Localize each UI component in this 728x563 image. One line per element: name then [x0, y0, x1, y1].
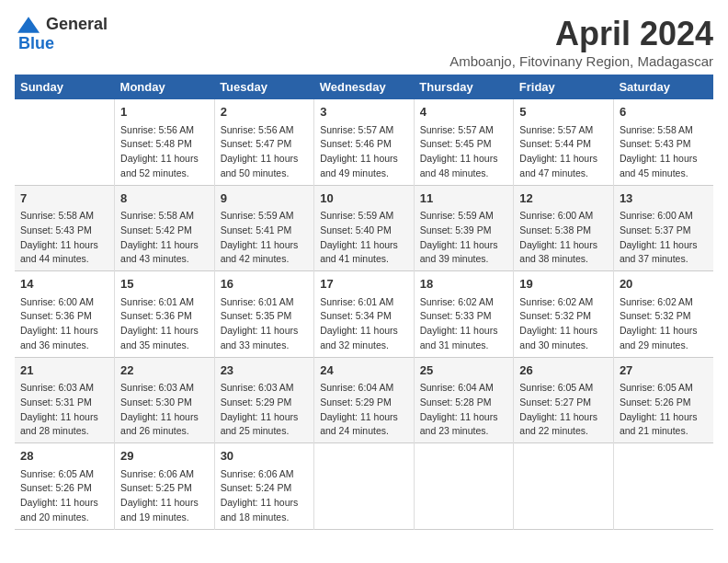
day-number: 16 — [221, 275, 309, 293]
week-row-1: 1Sunrise: 5:56 AM Sunset: 5:48 PM Daylig… — [15, 99, 713, 185]
day-info: Sunrise: 6:04 AM Sunset: 5:28 PM Dayligh… — [420, 381, 508, 439]
day-cell: 8Sunrise: 5:58 AM Sunset: 5:42 PM Daylig… — [115, 185, 215, 271]
day-cell: 2Sunrise: 5:56 AM Sunset: 5:47 PM Daylig… — [214, 99, 314, 185]
day-info: Sunrise: 6:02 AM Sunset: 5:32 PM Dayligh… — [620, 295, 708, 353]
day-number: 27 — [620, 362, 708, 380]
day-cell: 9Sunrise: 5:59 AM Sunset: 5:41 PM Daylig… — [214, 185, 314, 271]
day-cell: 10Sunrise: 5:59 AM Sunset: 5:40 PM Dayli… — [314, 185, 415, 271]
day-cell: 19Sunrise: 6:02 AM Sunset: 5:32 PM Dayli… — [514, 271, 614, 358]
day-info: Sunrise: 6:06 AM Sunset: 5:25 PM Dayligh… — [120, 467, 209, 525]
day-number: 1 — [120, 103, 209, 121]
day-number: 13 — [620, 190, 708, 208]
day-number: 19 — [519, 275, 608, 293]
day-number: 4 — [420, 103, 508, 121]
calendar-table: SundayMondayTuesdayWednesdayThursdayFrid… — [15, 75, 713, 530]
day-info: Sunrise: 6:00 AM Sunset: 5:37 PM Dayligh… — [620, 209, 708, 267]
logo: General Blue — [15, 15, 108, 53]
day-cell: 4Sunrise: 5:57 AM Sunset: 5:45 PM Daylig… — [414, 99, 514, 185]
day-info: Sunrise: 5:58 AM Sunset: 5:43 PM Dayligh… — [620, 123, 708, 181]
day-info: Sunrise: 6:01 AM Sunset: 5:34 PM Dayligh… — [320, 295, 408, 353]
day-cell — [414, 443, 514, 530]
week-row-5: 28Sunrise: 6:05 AM Sunset: 5:26 PM Dayli… — [15, 443, 713, 530]
weekday-header-sunday: Sunday — [15, 75, 115, 99]
day-info: Sunrise: 5:56 AM Sunset: 5:47 PM Dayligh… — [221, 123, 309, 181]
day-info: Sunrise: 6:02 AM Sunset: 5:32 PM Dayligh… — [519, 295, 608, 353]
day-cell: 14Sunrise: 6:00 AM Sunset: 5:36 PM Dayli… — [15, 271, 115, 358]
day-number: 9 — [221, 190, 309, 208]
day-number: 14 — [20, 275, 108, 293]
day-number: 28 — [20, 447, 108, 465]
day-number: 25 — [420, 362, 508, 380]
month-title: April 2024 — [449, 15, 713, 53]
day-cell — [613, 443, 713, 530]
day-cell: 12Sunrise: 6:00 AM Sunset: 5:38 PM Dayli… — [514, 185, 614, 271]
day-cell: 1Sunrise: 5:56 AM Sunset: 5:48 PM Daylig… — [115, 99, 215, 185]
day-number: 21 — [20, 362, 108, 380]
day-info: Sunrise: 5:57 AM Sunset: 5:46 PM Dayligh… — [320, 123, 408, 181]
day-number: 30 — [221, 447, 309, 465]
day-cell: 20Sunrise: 6:02 AM Sunset: 5:32 PM Dayli… — [613, 271, 713, 358]
day-cell — [15, 99, 115, 185]
day-info: Sunrise: 5:59 AM Sunset: 5:39 PM Dayligh… — [420, 209, 508, 267]
day-number: 20 — [620, 275, 708, 293]
day-number: 23 — [221, 362, 309, 380]
day-info: Sunrise: 6:03 AM Sunset: 5:31 PM Dayligh… — [20, 381, 108, 439]
day-number: 22 — [120, 362, 209, 380]
day-number: 18 — [420, 275, 508, 293]
day-cell: 11Sunrise: 5:59 AM Sunset: 5:39 PM Dayli… — [414, 185, 514, 271]
day-info: Sunrise: 5:56 AM Sunset: 5:48 PM Dayligh… — [120, 123, 209, 181]
day-info: Sunrise: 5:57 AM Sunset: 5:45 PM Dayligh… — [420, 123, 508, 181]
week-row-2: 7Sunrise: 5:58 AM Sunset: 5:43 PM Daylig… — [15, 185, 713, 271]
day-number: 3 — [320, 103, 408, 121]
day-number: 8 — [120, 190, 209, 208]
weekday-header-monday: Monday — [115, 75, 215, 99]
day-info: Sunrise: 5:58 AM Sunset: 5:43 PM Dayligh… — [20, 209, 108, 267]
day-cell: 30Sunrise: 6:06 AM Sunset: 5:24 PM Dayli… — [214, 443, 314, 530]
day-cell: 7Sunrise: 5:58 AM Sunset: 5:43 PM Daylig… — [15, 185, 115, 271]
day-cell: 17Sunrise: 6:01 AM Sunset: 5:34 PM Dayli… — [314, 271, 415, 358]
day-cell: 26Sunrise: 6:05 AM Sunset: 5:27 PM Dayli… — [514, 357, 614, 443]
day-info: Sunrise: 6:04 AM Sunset: 5:29 PM Dayligh… — [320, 381, 408, 439]
day-info: Sunrise: 6:02 AM Sunset: 5:33 PM Dayligh… — [420, 295, 508, 353]
day-info: Sunrise: 6:05 AM Sunset: 5:27 PM Dayligh… — [519, 381, 608, 439]
day-info: Sunrise: 6:01 AM Sunset: 5:36 PM Dayligh… — [120, 295, 209, 353]
day-cell: 29Sunrise: 6:06 AM Sunset: 5:25 PM Dayli… — [115, 443, 215, 530]
day-info: Sunrise: 6:01 AM Sunset: 5:35 PM Dayligh… — [221, 295, 309, 353]
weekday-header-saturday: Saturday — [613, 75, 713, 99]
day-cell: 21Sunrise: 6:03 AM Sunset: 5:31 PM Dayli… — [15, 357, 115, 443]
day-number: 6 — [620, 103, 708, 121]
weekday-header-wednesday: Wednesday — [314, 75, 415, 99]
logo-general: General — [46, 15, 108, 34]
weekday-header-thursday: Thursday — [414, 75, 514, 99]
day-number: 2 — [221, 103, 309, 121]
day-cell: 27Sunrise: 6:05 AM Sunset: 5:26 PM Dayli… — [613, 357, 713, 443]
day-info: Sunrise: 6:05 AM Sunset: 5:26 PM Dayligh… — [20, 467, 108, 525]
day-cell: 13Sunrise: 6:00 AM Sunset: 5:37 PM Dayli… — [613, 185, 713, 271]
day-cell: 3Sunrise: 5:57 AM Sunset: 5:46 PM Daylig… — [314, 99, 415, 185]
day-cell — [514, 443, 614, 530]
day-number: 17 — [320, 275, 408, 293]
logo-blue: Blue — [18, 34, 54, 53]
day-cell: 22Sunrise: 6:03 AM Sunset: 5:30 PM Dayli… — [115, 357, 215, 443]
day-info: Sunrise: 6:00 AM Sunset: 5:36 PM Dayligh… — [20, 295, 108, 353]
day-number: 10 — [320, 190, 408, 208]
day-number: 7 — [20, 190, 108, 208]
day-number: 11 — [420, 190, 508, 208]
week-row-4: 21Sunrise: 6:03 AM Sunset: 5:31 PM Dayli… — [15, 357, 713, 443]
logo-icon — [15, 16, 42, 34]
header: General Blue April 2024 Amboanjo, Fitovi… — [15, 15, 713, 69]
day-info: Sunrise: 6:03 AM Sunset: 5:30 PM Dayligh… — [120, 381, 209, 439]
day-info: Sunrise: 6:06 AM Sunset: 5:24 PM Dayligh… — [221, 467, 309, 525]
day-info: Sunrise: 6:00 AM Sunset: 5:38 PM Dayligh… — [519, 209, 608, 267]
day-number: 24 — [320, 362, 408, 380]
day-cell: 23Sunrise: 6:03 AM Sunset: 5:29 PM Dayli… — [214, 357, 314, 443]
day-cell: 25Sunrise: 6:04 AM Sunset: 5:28 PM Dayli… — [414, 357, 514, 443]
day-cell: 18Sunrise: 6:02 AM Sunset: 5:33 PM Dayli… — [414, 271, 514, 358]
day-number: 26 — [519, 362, 608, 380]
day-cell: 28Sunrise: 6:05 AM Sunset: 5:26 PM Dayli… — [15, 443, 115, 530]
day-number: 12 — [519, 190, 608, 208]
day-info: Sunrise: 6:03 AM Sunset: 5:29 PM Dayligh… — [221, 381, 309, 439]
weekday-header-row: SundayMondayTuesdayWednesdayThursdayFrid… — [15, 75, 713, 99]
weekday-header-friday: Friday — [514, 75, 614, 99]
day-cell: 6Sunrise: 5:58 AM Sunset: 5:43 PM Daylig… — [613, 99, 713, 185]
